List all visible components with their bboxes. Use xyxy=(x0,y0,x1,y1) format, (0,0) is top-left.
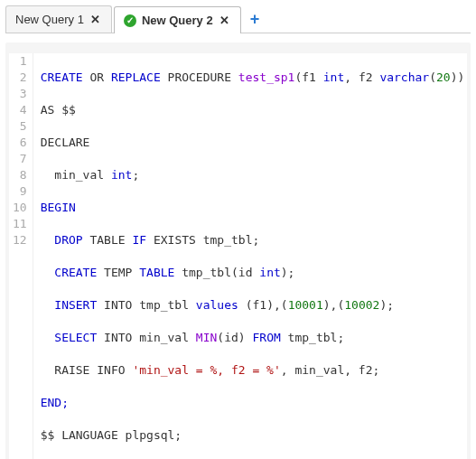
success-icon: ✓ xyxy=(124,14,136,27)
tab-new-query-2[interactable]: ✓ New Query 2 ✕ xyxy=(114,6,241,33)
code-area[interactable]: CREATE OR REPLACE PROCEDURE test_sp1(f1 … xyxy=(33,53,472,459)
tabs-bar: New Query 1 ✕ ✓ New Query 2 ✕ + xyxy=(0,0,476,33)
line-gutter: 123456789101112 xyxy=(9,53,33,459)
tab-label: New Query 2 xyxy=(142,14,213,27)
sql-editor[interactable]: 123456789101112 CREATE OR REPLACE PROCED… xyxy=(9,53,467,459)
close-icon[interactable]: ✕ xyxy=(89,14,102,26)
close-icon[interactable]: ✕ xyxy=(219,14,231,27)
add-tab-button[interactable]: + xyxy=(243,5,267,33)
tab-new-query-1[interactable]: New Query 1 ✕ xyxy=(5,5,112,33)
tab-label: New Query 1 xyxy=(15,13,84,26)
editor-panel: 123456789101112 CREATE OR REPLACE PROCED… xyxy=(5,42,471,459)
